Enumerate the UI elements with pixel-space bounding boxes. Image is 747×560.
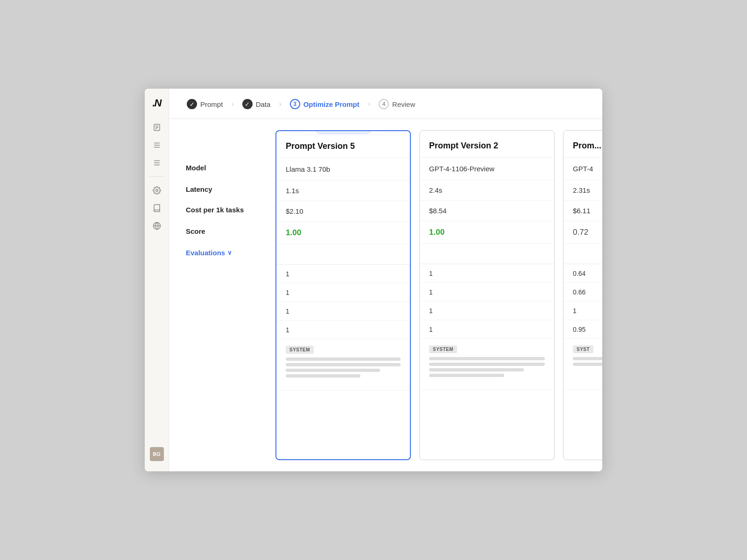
text-line xyxy=(286,374,360,378)
version-col-3: Prom... GPT-4 2.31s $6.11 0.72 0.64 0.66… xyxy=(563,130,602,460)
step-label-prompt: Prompt xyxy=(200,100,223,108)
label-eval-2 xyxy=(182,281,275,300)
text-line xyxy=(429,374,504,377)
version-2-score: 1.00 xyxy=(420,221,554,244)
label-eval-1 xyxy=(182,263,275,281)
version-5-system-tag: SYSTEM xyxy=(286,346,314,354)
text-line xyxy=(429,363,545,366)
version-2-eval-2: 1 xyxy=(420,283,554,301)
version-3-eval-1: 0.64 xyxy=(564,264,602,283)
text-line xyxy=(286,357,401,361)
eval-chevron-icon: ∨ xyxy=(227,249,232,256)
row-labels: Model Latency Cost per 1k tasks Score Ev… xyxy=(182,130,275,460)
version-5-eval-header xyxy=(276,244,410,265)
version-3-eval-3: 1 xyxy=(564,301,602,320)
version-2-model: GPT-4-1106-Preview xyxy=(420,158,554,180)
version-2-system: SYSTEM xyxy=(420,339,554,390)
step-data[interactable]: ✓ Data xyxy=(238,97,275,111)
label-eval-3 xyxy=(182,300,275,319)
version-2-system-tag: SYSTEM xyxy=(429,345,457,353)
text-line xyxy=(573,363,602,366)
version-2-text-lines xyxy=(429,357,545,377)
version-2-cost: $8.54 xyxy=(420,201,554,221)
version-5-system-content: SYSTEM xyxy=(286,345,401,378)
version-2-system-content: SYSTEM xyxy=(429,344,545,377)
version-5-title: Prompt Version 5 xyxy=(276,131,410,158)
sidebar-icon-settings[interactable] xyxy=(149,138,164,153)
label-system xyxy=(182,337,275,389)
version-3-system-tag: SYST xyxy=(573,345,593,353)
text-line xyxy=(286,363,401,366)
sidebar-divider xyxy=(149,176,164,177)
label-eval-4 xyxy=(182,319,275,337)
version-5-cost: $2.10 xyxy=(276,201,410,222)
text-line xyxy=(573,357,602,360)
step-circle-optimize: 3 xyxy=(290,99,300,109)
version-2-eval-4: 1 xyxy=(420,320,554,339)
step-sep-1: › xyxy=(230,100,234,108)
version-2-eval-3: 1 xyxy=(420,301,554,320)
label-latency: Latency xyxy=(182,179,275,199)
svg-point-10 xyxy=(155,189,158,192)
version-3-system-content: SYST xyxy=(573,344,602,366)
version-3-eval-header xyxy=(564,244,602,264)
comparison-area: Model Latency Cost per 1k tasks Score Ev… xyxy=(169,119,602,471)
version-5-latency: 1.1s xyxy=(276,181,410,201)
sidebar: .N BG xyxy=(145,89,169,471)
evaluations-text: Evaluations xyxy=(186,249,225,257)
sidebar-icon-list[interactable] xyxy=(149,155,164,170)
version-5-system: SYSTEM xyxy=(276,339,410,391)
label-model: Model xyxy=(182,156,275,179)
step-label-review: Review xyxy=(392,100,415,108)
version-col-2: Prompt Version 2 GPT-4-1106-Preview 2.4s… xyxy=(419,130,555,460)
versions-container: RECOMMENDED Prompt Version 5 Llama 3.1 7… xyxy=(275,130,602,460)
text-line xyxy=(429,368,524,371)
version-5-model: Llama 3.1 70b xyxy=(276,158,410,181)
sidebar-icon-pages[interactable] xyxy=(149,120,164,135)
version-5-text-lines xyxy=(286,357,401,378)
version-5-eval-2: 1 xyxy=(276,283,410,302)
sidebar-icon-book[interactable] xyxy=(149,201,164,216)
version-2-latency: 2.4s xyxy=(420,180,554,201)
version-5-eval-4: 1 xyxy=(276,321,410,339)
label-score: Score xyxy=(182,220,275,242)
version-3-text-lines xyxy=(573,357,602,366)
user-avatar[interactable]: BG xyxy=(150,447,164,461)
version-3-system: SYST xyxy=(564,339,602,390)
version-3-model: GPT-4 xyxy=(564,158,602,180)
stepper-header: ✓ Prompt › ✓ Data › 3 Optimize Prompt › … xyxy=(169,89,602,119)
recommended-badge: RECOMMENDED xyxy=(316,130,371,134)
step-check-prompt: ✓ xyxy=(187,99,197,109)
version-3-title: Prom... xyxy=(564,131,602,158)
step-review[interactable]: 4 Review xyxy=(374,97,420,111)
version-3-score: 0.72 xyxy=(564,221,602,244)
label-evaluations[interactable]: Evaluations ∨ xyxy=(182,242,275,263)
main-content: ✓ Prompt › ✓ Data › 3 Optimize Prompt › … xyxy=(169,89,602,471)
version-2-eval-header xyxy=(420,244,554,264)
logo: .N xyxy=(153,97,161,109)
app-window: .N BG ✓ Prompt › xyxy=(145,89,602,471)
step-sep-3: › xyxy=(367,100,371,108)
version-3-latency: 2.31s xyxy=(564,180,602,201)
step-label-data: Data xyxy=(256,100,271,108)
version-3-eval-4: 0.95 xyxy=(564,320,602,339)
sidebar-icon-globe[interactable] xyxy=(149,218,164,233)
version-5-eval-3: 1 xyxy=(276,302,410,321)
version-2-title: Prompt Version 2 xyxy=(420,131,554,158)
step-label-optimize: Optimize Prompt xyxy=(303,100,359,108)
step-prompt[interactable]: ✓ Prompt xyxy=(182,97,227,111)
sidebar-bottom: BG xyxy=(150,447,164,466)
version-3-eval-2: 0.66 xyxy=(564,283,602,301)
sidebar-icon-gear[interactable] xyxy=(149,183,164,198)
version-col-5: RECOMMENDED Prompt Version 5 Llama 3.1 7… xyxy=(275,130,411,460)
text-line xyxy=(286,369,380,372)
step-sep-2: › xyxy=(278,100,282,108)
step-check-data: ✓ xyxy=(242,99,253,109)
label-cost: Cost per 1k tasks xyxy=(182,199,275,220)
version-3-cost: $6.11 xyxy=(564,201,602,221)
step-optimize[interactable]: 3 Optimize Prompt xyxy=(285,97,364,111)
step-circle-review: 4 xyxy=(379,99,389,109)
version-2-eval-1: 1 xyxy=(420,264,554,283)
version-5-score: 1.00 xyxy=(276,222,410,244)
text-line xyxy=(429,357,545,360)
